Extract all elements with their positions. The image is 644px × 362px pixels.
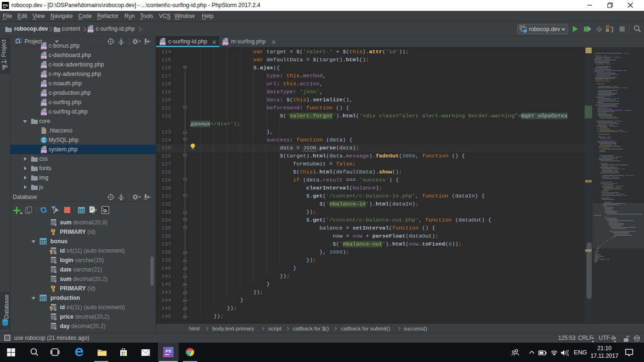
svg-text:php: php: [41, 55, 47, 59]
svg-text:php: php: [41, 102, 47, 106]
svg-text:QL: QL: [103, 209, 108, 213]
svg-text:php: php: [41, 46, 47, 49]
svg-text:PS: PS: [3, 3, 8, 8]
svg-text:PS: PS: [165, 349, 171, 354]
svg-text:C: C: [42, 138, 45, 143]
svg-text:php: php: [41, 112, 47, 115]
svg-text:php: php: [41, 74, 47, 78]
svg-text:php: php: [88, 29, 93, 33]
svg-text:php: php: [160, 41, 165, 45]
svg-text:php: php: [223, 41, 228, 45]
svg-text:php: php: [41, 93, 47, 97]
svg-text:php: php: [41, 149, 47, 153]
svg-text:php: php: [41, 83, 47, 87]
svg-text:php: php: [41, 65, 47, 68]
